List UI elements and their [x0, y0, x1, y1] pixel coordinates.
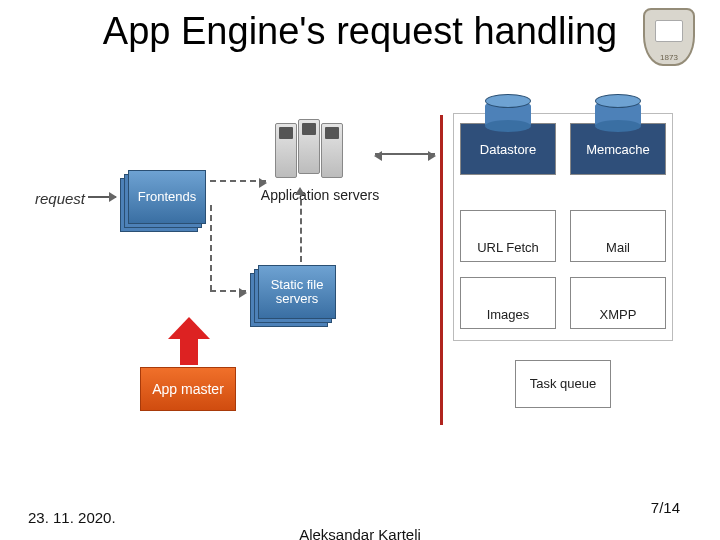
- images-cell: Images: [460, 277, 556, 329]
- mail-cell: Mail: [570, 210, 666, 262]
- arrow-static-to-app-icon: [300, 190, 302, 262]
- arrow-frontends-to-appservers-icon: [210, 180, 266, 182]
- footer-page-number: 7/14: [651, 499, 680, 516]
- memcache-label: Memcache: [586, 142, 650, 157]
- request-arrow-icon: [88, 196, 116, 198]
- arrow-appservers-services-icon: [375, 153, 435, 155]
- architecture-diagram: request Frontends Application servers St…: [40, 115, 690, 445]
- static-file-servers-label: Static file servers: [258, 265, 336, 319]
- slide-title: App Engine's request handling: [70, 0, 650, 53]
- arrow-frontends-down-icon: [210, 205, 212, 291]
- task-queue-cell: Task queue: [515, 360, 611, 408]
- datastore-label: Datastore: [480, 142, 536, 157]
- app-master-box: App master: [140, 367, 236, 411]
- application-servers-label: Application servers: [250, 187, 390, 203]
- footer-author: Aleksandar Kartelj kartelj@matf. bg. ac.…: [0, 526, 720, 540]
- request-label: request: [35, 190, 85, 207]
- datastore-cell: Datastore: [460, 123, 556, 175]
- frontends-label: Frontends: [128, 170, 206, 224]
- memcache-cell: Memcache: [570, 123, 666, 175]
- footer-date: 23. 11. 2020.: [28, 509, 116, 526]
- cylinder-icon: [485, 100, 531, 130]
- cylinder-icon: [595, 100, 641, 130]
- vertical-divider: [440, 115, 443, 425]
- url-fetch-cell: URL Fetch: [460, 210, 556, 262]
- application-servers-icon: [270, 115, 370, 185]
- xmpp-cell: XMPP: [570, 277, 666, 329]
- arrow-static-to-app-head-icon: [295, 187, 305, 195]
- university-crest: 1873: [643, 8, 698, 73]
- crest-year: 1873: [645, 53, 693, 62]
- arrow-frontends-to-static-icon: [210, 290, 246, 292]
